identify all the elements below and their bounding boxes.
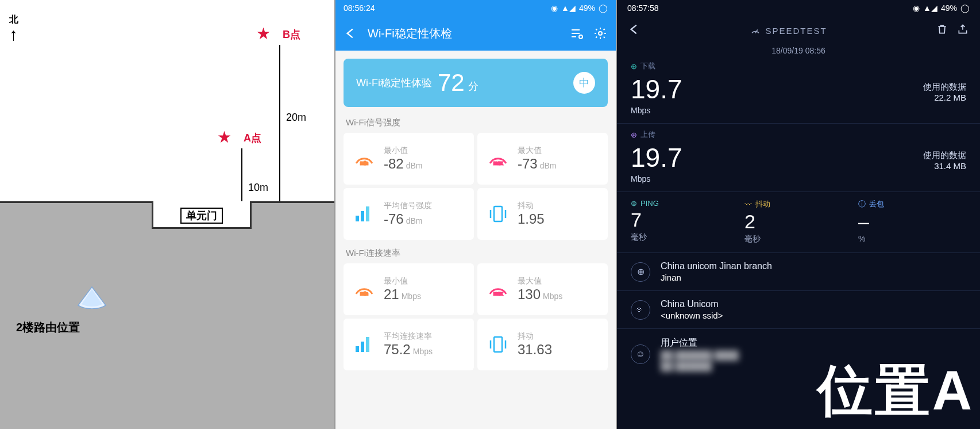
bars-icon <box>352 201 377 227</box>
jitter-col: 〰抖动 2 毫秒 <box>744 199 852 244</box>
point-a-label: A点 <box>244 131 261 145</box>
svg-rect-13 <box>494 337 502 352</box>
line-b <box>279 45 280 223</box>
share-icon[interactable] <box>957 24 969 37</box>
building-area: 单元门 <box>0 201 334 429</box>
download-label: ⊕下载 <box>631 61 966 71</box>
score-card: Wi-Fi稳定性体验 72 分 中 <box>344 59 608 107</box>
status-time: 08:56:24 <box>344 3 375 13</box>
battery-label: 49% <box>941 3 957 13</box>
test-date: 18/09/19 08:56 <box>617 46 980 55</box>
upload-unit: Mbps <box>617 174 980 192</box>
download-usage: 使用的数据 22.2 MB <box>923 82 966 102</box>
score-badge: 中 <box>573 72 595 94</box>
wifi-stability-screen: 08:56:24 ◉ ▲◢ 49% ◯ Wi-Fi稳定性体检 Wi-Fi稳定性体… <box>335 0 617 429</box>
battery-icon: ◯ <box>960 3 970 13</box>
score-label: Wi-Fi稳定性体验 <box>356 76 432 90</box>
svg-point-1 <box>599 32 602 35</box>
compass: 北 ↑ <box>9 14 18 43</box>
back-button[interactable] <box>344 26 358 41</box>
svg-text:max: max <box>493 160 502 166</box>
distance-a: 10m <box>248 182 268 194</box>
settings-icon[interactable] <box>593 26 608 41</box>
app-bar: Wi-Fi稳定性体检 <box>335 16 616 51</box>
point-b-label: B点 <box>283 28 300 41</box>
upload-label: ⊕上传 <box>631 129 966 140</box>
download-unit: Mbps <box>617 106 980 124</box>
section-speed-label: Wi-Fi连接速率 <box>335 246 616 263</box>
bars-icon <box>352 332 377 357</box>
battery-icon: ◯ <box>599 3 608 13</box>
floorplan-diagram: 北 ↑ ★ B点 ★ A点 20m 10m 单元门 2楼路由位置 <box>0 0 335 429</box>
appbar-title: Wi-Fi稳定性体检 <box>368 26 560 41</box>
signal-icon: ▲◢ <box>923 3 937 13</box>
app-bar: SPEEDTEST <box>617 16 980 45</box>
north-arrow-icon: ↑ <box>9 26 18 43</box>
blurred-location: ██ ██████ ████ <box>661 350 739 360</box>
door-notch: 单元门 <box>152 201 252 229</box>
delete-icon[interactable] <box>936 24 948 37</box>
gauge-max-icon: max <box>485 277 511 302</box>
network-row[interactable]: ᯤ China Unicom <unknown ssid> <box>617 291 980 329</box>
wifi-icon: ◉ <box>913 3 920 13</box>
isp-row[interactable]: ⊕ China unicom Jinan branch Jinan <box>617 253 980 291</box>
wifi-icon: ◉ <box>551 3 558 13</box>
status-bar: 08:57:58 ◉ ▲◢ 49% ◯ <box>617 0 980 16</box>
section-signal-label: Wi-Fi信号强度 <box>335 115 616 133</box>
metric-speed-min: min 最小值 21Mbps <box>344 263 474 315</box>
router-label: 2楼路由位置 <box>16 320 80 335</box>
svg-rect-4 <box>356 216 359 221</box>
history-icon[interactable] <box>569 26 584 41</box>
svg-text:max: max <box>493 291 502 296</box>
score-unit: 分 <box>468 79 479 93</box>
loss-col: ⓘ丢包 – % <box>858 199 966 244</box>
back-button[interactable] <box>628 23 641 38</box>
metric-signal-max: max 最大值 -73dBm <box>477 133 608 185</box>
metric-signal-avg: 平均信号强度 -76dBm <box>344 188 474 240</box>
vibrate-icon <box>485 201 511 227</box>
speedtest-title: SPEEDTEST <box>650 25 927 36</box>
distance-b: 20m <box>286 112 306 124</box>
speed-grid: min 最小值 21Mbps max 最大值 130Mbps 平均连接速率 75… <box>335 263 616 376</box>
svg-rect-6 <box>366 206 369 221</box>
metric-speed-max: max 最大值 130Mbps <box>477 263 608 315</box>
star-b-icon: ★ <box>256 24 271 43</box>
upload-value: 19.7 <box>631 144 682 171</box>
svg-rect-5 <box>361 211 364 221</box>
north-label: 北 <box>9 14 18 26</box>
signal-icon: ▲◢ <box>561 3 576 13</box>
gauge-min-icon: min <box>352 277 377 302</box>
svg-rect-7 <box>494 206 502 221</box>
ping-col: ⊜PING 7 毫秒 <box>631 199 739 244</box>
svg-rect-11 <box>361 342 364 352</box>
battery-label: 49% <box>579 3 595 13</box>
blurred-location2: ██ ██████ <box>661 361 739 371</box>
globe-icon: ⊕ <box>631 262 650 282</box>
svg-rect-12 <box>366 337 369 352</box>
router-icon <box>75 285 109 309</box>
speedtest-screen: 08:57:58 ◉ ▲◢ 49% ◯ SPEEDTEST 18/09/19 0… <box>617 0 980 429</box>
latency-row: ⊜PING 7 毫秒 〰抖动 2 毫秒 ⓘ丢包 – % <box>617 192 980 253</box>
download-value: 19.7 <box>631 76 682 102</box>
star-a-icon: ★ <box>217 128 232 147</box>
gauge-max-icon: max <box>485 146 511 171</box>
vibrate-icon <box>485 332 511 357</box>
person-icon: ☺ <box>631 344 650 364</box>
metric-signal-min: min 最小值 -82dBm <box>344 133 474 185</box>
metric-speed-avg: 平均连接速率 75.2Mbps <box>344 319 474 370</box>
metric-speed-jitter: 抖动 31.63 <box>477 319 608 370</box>
upload-usage: 使用的数据 31.4 MB <box>923 150 966 171</box>
status-bar: 08:56:24 ◉ ▲◢ 49% ◯ <box>335 0 616 16</box>
score-value: 72 <box>438 69 465 97</box>
metric-signal-jitter: 抖动 1.95 <box>477 188 608 240</box>
signal-grid: min 最小值 -82dBm max 最大值 -73dBm 平均信号强度 -76… <box>335 133 616 246</box>
svg-point-0 <box>579 35 582 39</box>
svg-text:min: min <box>361 291 368 296</box>
overlay-location-label: 位置A <box>817 354 974 429</box>
wifi-icon: ᯤ <box>631 300 650 320</box>
svg-rect-10 <box>356 346 359 352</box>
status-time: 08:57:58 <box>627 3 659 13</box>
svg-text:min: min <box>361 160 368 166</box>
gauge-min-icon: min <box>352 146 377 171</box>
door-label: 单元门 <box>180 208 223 224</box>
